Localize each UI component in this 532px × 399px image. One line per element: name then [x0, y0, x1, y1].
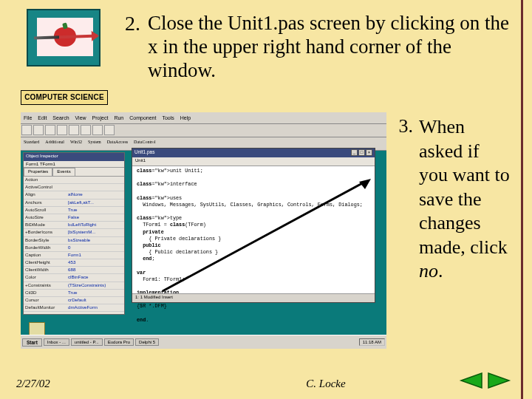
task-item[interactable]: Delphi 5	[135, 338, 159, 346]
nav-buttons	[457, 369, 513, 392]
ide-toolbar	[21, 124, 386, 137]
menu-project[interactable]: Project	[92, 115, 109, 120]
toolbar-button[interactable]	[21, 125, 32, 135]
menu-edit[interactable]: Edit	[38, 115, 47, 120]
arrow-right-icon	[487, 370, 512, 391]
inspector-row[interactable]: +Constraints(TSizeConstraints)	[24, 282, 124, 290]
monitor-icon	[27, 9, 100, 66]
inspector-row[interactable]: Anchors[akLeft,akT...	[24, 200, 124, 207]
start-button[interactable]: Start	[22, 338, 42, 347]
code-statusbar: 1: 1 Modified Insert	[132, 293, 375, 302]
svg-marker-2	[461, 373, 482, 388]
step-text: When asked if you want to save the chang…	[419, 115, 511, 284]
top-row: COMPUTER SCIENCE 2. Close the Unit1.pas …	[21, 9, 511, 105]
footer: 2/27/02 C. Locke	[16, 378, 502, 390]
task-item[interactable]: untitled - P...	[71, 338, 103, 346]
code-title-text: Unit1.pas	[134, 149, 154, 157]
inspector-row[interactable]: AlignalNone	[24, 191, 124, 199]
step3-text-no: no	[419, 260, 438, 282]
close-button[interactable]: ×	[366, 149, 372, 156]
menu-view[interactable]: View	[75, 115, 86, 120]
task-item[interactable]: Eudora Pro	[104, 338, 134, 346]
inspector-row[interactable]: +BorderIcons[biSystemM...	[24, 229, 124, 236]
inspector-row[interactable]: AutoScrollTrue	[24, 207, 124, 214]
inspector-row[interactable]: ClientWidth688	[24, 267, 124, 274]
toolbar-button[interactable]	[104, 125, 115, 135]
footer-author: C. Locke	[149, 378, 502, 390]
inspector-control[interactable]: Form1 TForm1	[24, 161, 124, 168]
accent-bar	[521, 0, 523, 399]
code-tab[interactable]: Unit1	[132, 157, 375, 166]
delphi-screenshot: File Edit Search View Project Run Compon…	[21, 112, 386, 349]
inspector-row[interactable]: DefaultMonitordmActiveForm	[24, 304, 124, 312]
inspector-row[interactable]: CursorcrDefault	[24, 297, 124, 304]
svg-marker-3	[488, 373, 509, 388]
step-3: 3. When asked if you want to save the ch…	[392, 112, 511, 284]
ide-menubar: File Edit Search View Project Run Compon…	[21, 112, 386, 124]
tab-properties[interactable]: Properties	[24, 168, 52, 176]
palette-tab[interactable]: Additional	[43, 138, 66, 149]
toolbar-button[interactable]	[81, 125, 91, 135]
inspector-row[interactable]: Ctl3DTrue	[24, 290, 124, 297]
inspector-row[interactable]: ActiveControl	[24, 184, 124, 191]
menu-help[interactable]: Help	[180, 115, 191, 120]
step3-text-a: When asked if you want to save the chang…	[419, 116, 510, 258]
object-inspector: Object Inspector Form1 TForm1 Properties…	[23, 152, 125, 315]
menu-tools[interactable]: Tools	[162, 115, 174, 120]
toolbar-button[interactable]	[33, 125, 44, 135]
inspector-row[interactable]: BiDiModebdLeftToRight	[24, 222, 124, 229]
code-window: Unit1.pas _ □ × Unit1 class="kw">unit Un…	[132, 148, 375, 303]
minimize-button[interactable]: _	[351, 149, 358, 156]
inspector-title: Object Inspector	[24, 153, 124, 161]
maximize-button[interactable]: □	[358, 149, 365, 156]
toolbar-button[interactable]	[92, 125, 103, 135]
inspector-row[interactable]: CaptionForm1	[24, 252, 124, 259]
toolbar-button[interactable]	[69, 125, 79, 135]
toolbar-button[interactable]	[45, 125, 55, 135]
footer-date: 2/27/02	[16, 378, 149, 390]
menu-search[interactable]: Search	[52, 115, 69, 120]
palette-tab[interactable]: System	[86, 138, 103, 149]
taskbar-clock: 11:18 AM	[359, 338, 385, 346]
step-2: 2. Close the Unit1.pas screen by clickin…	[120, 9, 511, 83]
inspector-row[interactable]: BorderStylebsSizeable	[24, 237, 124, 245]
next-slide-button[interactable]	[486, 369, 513, 392]
arrow-left-icon	[458, 370, 483, 391]
task-item[interactable]: Inbox - ...	[44, 338, 69, 346]
computer-science-logo: COMPUTER SCIENCE	[21, 9, 109, 105]
zip-file-icon	[29, 322, 45, 335]
code-titlebar: Unit1.pas _ □ ×	[132, 149, 375, 157]
slide: COMPUTER SCIENCE 2. Close the Unit1.pas …	[0, 0, 532, 399]
inspector-body: ActionActiveControlAlignalNoneAnchors[ak…	[24, 177, 124, 312]
step-text: Close the Unit1.pas screen by clicking o…	[148, 12, 511, 83]
toolbar-button[interactable]	[57, 125, 67, 135]
step-number: 3.	[392, 115, 413, 284]
logo-label: COMPUTER SCIENCE	[21, 90, 108, 105]
palette-tab[interactable]: Standard	[21, 138, 41, 149]
inspector-row[interactable]: BorderWidth0	[24, 245, 124, 252]
inspector-row[interactable]: ClientHeight453	[24, 259, 124, 267]
inspector-row[interactable]: ColorclBtnFace	[24, 274, 124, 282]
mid-row: File Edit Search View Project Run Compon…	[21, 112, 511, 349]
prev-slide-button[interactable]	[457, 369, 484, 392]
inspector-row[interactable]: AutoSizeFalse	[24, 214, 124, 222]
palette-tab[interactable]: Win32	[68, 138, 84, 149]
step-number: 2.	[120, 12, 140, 35]
tab-events[interactable]: Events	[52, 168, 75, 176]
inspector-row[interactable]: Action	[24, 177, 124, 184]
palette-tab[interactable]: DataAccess	[105, 138, 130, 149]
menu-run[interactable]: Run	[114, 115, 123, 120]
menu-file[interactable]: File	[24, 115, 32, 120]
step3-text-c: .	[438, 260, 443, 282]
menu-component[interactable]: Component	[129, 115, 156, 120]
taskbar: Start Inbox - ... untitled - P... Eudora…	[21, 335, 386, 349]
